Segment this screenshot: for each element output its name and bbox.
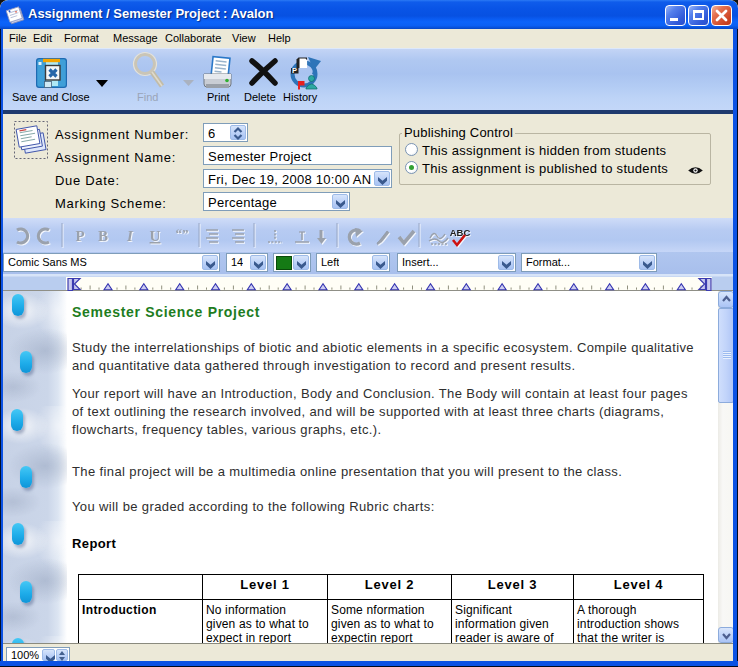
svg-text:B: B (98, 228, 108, 244)
svg-text:U: U (150, 228, 161, 244)
svg-text:ABC: ABC (450, 227, 471, 238)
svg-text:I: I (126, 228, 134, 244)
svg-text:“”: “” (176, 226, 189, 241)
svg-text:P: P (75, 228, 84, 244)
svg-text:P: P (292, 66, 297, 75)
